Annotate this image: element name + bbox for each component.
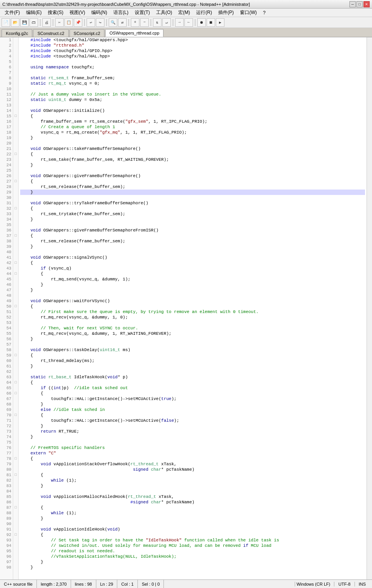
unindent-button[interactable]: ← [184,18,193,27]
code-line-69[interactable]: else //idle task sched in [20,407,365,412]
code-line-39[interactable]: } [20,244,365,249]
code-line-80[interactable]: signed char* pcTaskName) [20,467,365,472]
code-line-74[interactable]: } [20,434,365,440]
code-line-52[interactable]: rt_mq_recv(vsync_q, &dummy, 1, 0); [20,315,365,320]
code-line-38[interactable]: rt_sem_release(frame_buffer_sem); [20,238,365,244]
fold-marker-50[interactable]: □ [13,304,18,309]
code-line-96[interactable]: //vTaskSetApplicationTaskTag(NULL, IdleT… [20,554,365,559]
code-line-31[interactable]: void OSWrappers::tryTakeFrameBufferSemap… [20,200,365,206]
zoom-in-button[interactable]: + [131,18,139,27]
code-line-19[interactable]: } [20,135,365,141]
code-line-8[interactable]: static rt_sem_t frame_buffer_sem; [20,75,365,81]
code-line-23[interactable]: rt_sem_take(frame_buffer_sem, RT_WAITING… [20,157,365,162]
maximize-button[interactable]: □ [356,1,363,7]
code-line-77[interactable]: extern "C" [20,451,365,456]
tab-2[interactable]: SConscript.c2 [70,29,104,37]
code-line-15[interactable]: { [20,113,365,119]
code-line-24[interactable]: } [20,162,365,168]
code-line-4[interactable]: #include <touchgfx/hal/HAL.hpp> [20,54,365,59]
fold-marker-92[interactable]: □ [13,532,18,538]
sync-scroll-button[interactable]: ⇅ [153,18,162,27]
code-line-89[interactable]: } [20,516,365,521]
fold-marker-78[interactable]: □ [13,456,18,461]
code-line-64[interactable]: { [20,380,365,385]
menu-item-l[interactable]: 语言(L) [110,9,132,17]
fold-marker-87[interactable]: □ [13,505,18,510]
code-line-98[interactable]: } [20,565,365,570]
wrap-button[interactable]: ↵ [162,18,171,27]
code-line-7[interactable] [20,70,365,75]
fold-marker-37[interactable]: □ [13,233,18,238]
code-line-47[interactable]: } [20,287,365,293]
code-line-29[interactable]: } [20,190,365,195]
code-line-11[interactable]: // Just a dummy value to insert in the V… [20,92,365,97]
menu-item-w[interactable]: 窗口(W) [237,9,260,17]
code-line-21[interactable]: void OSWrappers::takeFrameBufferSemaphor… [20,146,365,151]
copy-button[interactable]: 📋 [64,18,73,27]
code-line-97[interactable]: } [20,559,365,565]
right-scrollbar[interactable] [367,37,372,579]
code-line-93[interactable]: // Set task tag in order to have the "Id… [20,538,365,543]
code-line-54[interactable]: // Then, wait for next VSYNC to occur. [20,325,365,331]
code-line-86[interactable]: #signed char* pcTaskName) [20,499,365,505]
code-line-90[interactable] [20,521,365,527]
menu-item-s[interactable]: 搜索(S) [45,9,66,17]
code-line-16[interactable]: frame_buffer_sem = rt_sem_create("gfx_se… [20,119,365,124]
code-line-84[interactable] [20,489,365,494]
fold-marker-81[interactable]: □ [13,472,18,478]
code-line-51[interactable]: // First make sure the queue is empty, b… [20,309,365,315]
code-line-71[interactable]: touchgfx::HAL::getInstance()->setMCUActi… [20,418,365,423]
menu-item-[interactable]: ? [260,9,269,16]
code-line-5[interactable] [20,59,365,64]
code-line-30[interactable] [20,195,365,200]
code-line-37[interactable]: { [20,233,365,238]
code-line-2[interactable]: #include "rtthread.h" [20,43,365,48]
code-line-62[interactable] [20,369,365,374]
code-line-12[interactable]: static uint8_t dummy = 0x5a; [20,97,365,103]
code-line-81[interactable]: { [20,472,365,478]
code-line-60[interactable]: rt_thread_mdelay(ms); [20,358,365,364]
code-line-56[interactable]: } [20,336,365,342]
code-line-1[interactable]: #include <touchgfx/hal/OSWrappers.hpp> [20,37,365,43]
code-line-6[interactable]: using namespace touchgfx; [20,64,365,70]
tab-1[interactable]: SConstruct.c2 [33,29,68,37]
code-line-83[interactable]: } [20,483,365,489]
code-line-13[interactable] [20,103,365,108]
undo-button[interactable]: ↩ [87,18,95,27]
code-line-85[interactable]: void vApplicationMallocFailedHook(rt_thr… [20,494,365,499]
save-all-button[interactable]: 🗃 [30,18,38,27]
menu-item-f[interactable]: 文件(F) [2,9,23,17]
code-line-46[interactable]: } [20,282,365,287]
menu-item-o[interactable]: 工具(O) [153,9,175,17]
menu-item-m[interactable]: 宏(M) [175,9,193,17]
code-line-68[interactable]: } [20,402,365,407]
tab-3[interactable]: OSWrappers_rtthread.cpp [105,29,163,37]
code-line-42[interactable]: { [20,260,365,266]
code-line-3[interactable]: #include <touchgfx/hal/GPIO.hpp> [20,48,365,54]
macro-play-button[interactable]: ▶ [216,18,224,27]
code-line-59[interactable]: { [20,353,365,358]
code-line-92[interactable]: { [20,532,365,538]
code-line-75[interactable] [20,440,365,445]
fold-marker-27[interactable]: □ [13,179,18,184]
save-button[interactable]: 💾 [20,18,29,27]
fold-marker-66[interactable]: □ [13,391,18,396]
code-line-36[interactable]: void OSWrappers::giveFrameBufferSemaphor… [20,228,365,233]
code-line-32[interactable]: { [20,206,365,211]
code-line-44[interactable]: { [20,271,365,277]
open-button[interactable]: 📂 [11,18,19,27]
code-line-10[interactable] [20,86,365,92]
code-line-82[interactable]: while (1); [20,478,365,483]
code-line-48[interactable] [20,293,365,298]
macro-record-button[interactable]: ⏺ [197,18,206,27]
menu-item-v[interactable]: 视图(V) [66,9,88,17]
code-area[interactable]: #include <touchgfx/hal/OSWrappers.hpp> #… [19,37,367,579]
fold-marker-44[interactable]: □ [13,271,18,277]
find-button[interactable]: 🔍 [109,18,117,27]
code-line-45[interactable]: rt_mq_send(vsync_q, &dummy, 1); [20,277,365,282]
code-line-35[interactable] [20,222,365,228]
fold-marker-15[interactable]: □ [13,113,18,119]
code-line-58[interactable]: void OSWrappers::taskDelay(uint16_t ms) [20,347,365,353]
code-line-20[interactable] [20,141,365,146]
code-line-72[interactable]: } [20,423,365,429]
